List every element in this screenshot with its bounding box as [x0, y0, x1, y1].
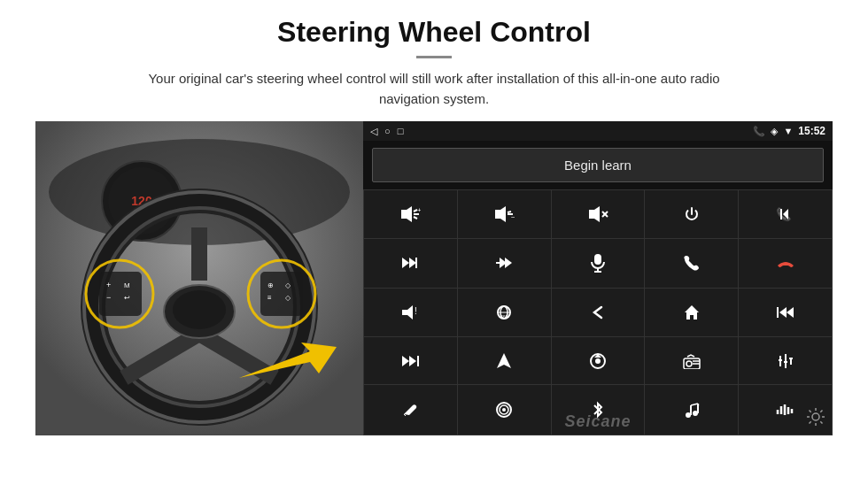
- svg-point-81: [502, 408, 506, 412]
- vol-up-button[interactable]: +: [364, 190, 457, 238]
- phone-prev-button[interactable]: 📞: [739, 190, 832, 238]
- svg-marker-58: [787, 307, 794, 318]
- svg-text:↩: ↩: [124, 294, 130, 302]
- gear-icon[interactable]: [806, 407, 825, 431]
- svg-text:−: −: [511, 213, 515, 221]
- source-button[interactable]: [552, 337, 645, 385]
- svg-text:360°: 360°: [500, 314, 509, 319]
- svg-marker-46: [505, 258, 512, 268]
- nav-recent-icon[interactable]: □: [398, 126, 404, 136]
- svg-text:≡: ≡: [267, 294, 272, 302]
- status-bar-left: ◁ ○ □: [370, 126, 403, 137]
- svg-text:+: +: [417, 206, 421, 214]
- svg-marker-61: [402, 356, 409, 366]
- horn-button[interactable]: !: [364, 289, 457, 336]
- svg-marker-31: [495, 206, 506, 222]
- svg-point-65: [595, 358, 601, 364]
- svg-text:−: −: [106, 293, 111, 302]
- svg-marker-42: [409, 258, 416, 268]
- svg-line-78: [404, 414, 406, 416]
- page-wrapper: Steering Wheel Control Your original car…: [0, 0, 868, 485]
- fast-forward-button[interactable]: [458, 239, 551, 289]
- svg-marker-26: [401, 206, 412, 222]
- svg-rect-47: [594, 254, 601, 265]
- hang-up-button[interactable]: [739, 239, 832, 289]
- content-row: 120 + − M ↩: [35, 121, 833, 435]
- svg-marker-41: [402, 258, 409, 268]
- svg-marker-56: [685, 305, 699, 319]
- svg-marker-63: [497, 353, 511, 368]
- svg-text:!: !: [415, 306, 417, 316]
- mic-button[interactable]: [552, 239, 645, 289]
- controls-grid: + −: [363, 189, 833, 435]
- music-button[interactable]: *: [645, 385, 738, 435]
- power-button[interactable]: [645, 190, 738, 238]
- phone-status-icon: 📞: [753, 126, 765, 137]
- status-bar: ◁ ○ □ 📞 ◈ ▼ 15:52: [363, 121, 833, 141]
- svg-text:M: M: [124, 281, 130, 289]
- back-button[interactable]: [552, 289, 645, 336]
- menu-button[interactable]: [458, 385, 551, 435]
- svg-marker-35: [589, 206, 600, 222]
- svg-text:◇: ◇: [285, 281, 291, 289]
- status-time: 15:52: [798, 125, 825, 137]
- android-screen: ◁ ○ □ 📞 ◈ ▼ 15:52 Begin learn: [363, 121, 833, 435]
- svg-point-93: [812, 413, 819, 420]
- svg-marker-62: [409, 356, 416, 366]
- svg-line-32: [508, 212, 511, 212]
- svg-line-29: [414, 217, 417, 219]
- navigation-button[interactable]: [458, 337, 551, 385]
- svg-text:*: *: [697, 403, 700, 409]
- rewind-button[interactable]: [739, 289, 832, 336]
- nav-back-icon[interactable]: ◁: [370, 126, 377, 137]
- page-title: Steering Wheel Control: [277, 16, 591, 49]
- eq-button[interactable]: [739, 337, 832, 385]
- ff2-button[interactable]: [364, 337, 457, 385]
- vol-down-button[interactable]: −: [458, 190, 551, 238]
- location-status-icon: ◈: [771, 126, 778, 137]
- svg-marker-50: [402, 305, 413, 319]
- svg-text:◇: ◇: [285, 294, 291, 302]
- radio-button[interactable]: [645, 337, 738, 385]
- bluetooth-button[interactable]: [552, 385, 645, 435]
- status-bar-right: 📞 ◈ ▼ 15:52: [753, 125, 825, 137]
- title-divider: [416, 56, 452, 58]
- steering-wheel-image: 120 + − M ↩: [35, 121, 363, 435]
- edit-button[interactable]: [364, 385, 457, 435]
- home-button[interactable]: [645, 289, 738, 336]
- cam-360-button[interactable]: 360°: [458, 289, 551, 336]
- svg-text:⊕: ⊕: [267, 281, 274, 289]
- wifi-status-icon: ▼: [783, 126, 793, 136]
- subtitle: Your original car's steering wheel contr…: [124, 69, 744, 109]
- call-button[interactable]: [645, 239, 738, 289]
- svg-marker-59: [779, 307, 787, 318]
- next-track-button[interactable]: [364, 239, 457, 289]
- nav-home-icon[interactable]: ○: [384, 126, 391, 136]
- svg-point-13: [173, 290, 226, 329]
- svg-point-69: [686, 361, 692, 366]
- mute-button[interactable]: [552, 190, 645, 238]
- svg-text:+: +: [106, 281, 111, 289]
- begin-learn-button[interactable]: Begin learn: [372, 148, 824, 182]
